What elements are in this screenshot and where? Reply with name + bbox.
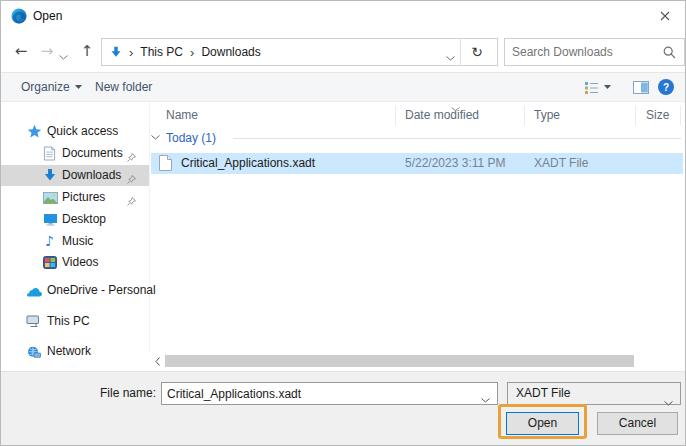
column-divider[interactable] [524, 106, 525, 125]
network-icon [26, 344, 41, 365]
file-icon [159, 155, 172, 174]
file-name: Critical_Applications.xadt [181, 153, 315, 174]
sidebar-item-label: Network [47, 341, 91, 362]
preview-pane-icon [633, 81, 649, 94]
sidebar-item-quick-access[interactable]: Quick access [1, 121, 149, 142]
sidebar-item-network[interactable]: Network [1, 341, 149, 362]
breadcrumb-separator: › [122, 45, 140, 60]
search-icon[interactable] [663, 46, 676, 62]
back-button[interactable]: ← [9, 39, 33, 63]
new-folder-label: New folder [95, 80, 152, 94]
sort-descending-icon [451, 100, 460, 114]
list-view-icon [584, 81, 599, 94]
downloads-folder-icon [110, 46, 122, 58]
breadcrumb-this-pc[interactable]: This PC [140, 45, 183, 59]
search-box[interactable] [504, 38, 685, 66]
file-name-input[interactable] [167, 384, 472, 403]
change-view-button[interactable] [584, 73, 611, 101]
music-note-icon: ♪ [45, 231, 54, 252]
new-folder-button[interactable]: New folder [95, 73, 152, 101]
title-bar: Open [1, 1, 685, 31]
column-divider[interactable] [395, 106, 396, 125]
cancel-button[interactable]: Cancel [597, 412, 678, 435]
scroll-left-arrow[interactable] [151, 354, 164, 368]
column-header-type[interactable]: Type [534, 105, 560, 125]
onedrive-cloud-icon [26, 283, 42, 304]
chevron-down-icon [151, 135, 160, 140]
organize-label: Organize [21, 80, 70, 94]
column-header-date-modified[interactable]: Date modified [405, 105, 479, 125]
sidebar-item-pictures[interactable]: Pictures [1, 187, 149, 208]
column-header-size[interactable]: Size [646, 105, 669, 125]
sidebar-item-label: Downloads [62, 165, 121, 186]
sidebar-item-label: Pictures [62, 187, 105, 208]
sidebar-item-label: Music [62, 231, 93, 252]
breadcrumb-downloads[interactable]: Downloads [201, 45, 260, 59]
download-arrow-icon [43, 168, 57, 189]
file-type-combobox[interactable]: XADT File [507, 382, 681, 405]
file-row-critical-applications[interactable]: Critical_Applications.xadt 5/22/2023 3:1… [151, 153, 683, 174]
sidebar-item-label: Documents [62, 143, 123, 164]
close-icon[interactable] [649, 1, 681, 31]
sidebar-item-music[interactable]: ♪ Music [1, 231, 149, 252]
column-header-name[interactable]: Name [166, 105, 198, 125]
address-bar-divider [460, 39, 461, 65]
address-dropdown-chevron-icon[interactable] [446, 50, 455, 64]
videos-icon [43, 255, 57, 276]
recent-locations-chevron-icon[interactable] [59, 49, 68, 63]
desktop-icon [43, 212, 58, 233]
help-button[interactable]: ? [658, 73, 674, 101]
computer-icon [26, 314, 41, 335]
column-divider[interactable] [680, 106, 681, 125]
search-input[interactable] [512, 41, 657, 63]
sidebar-item-label: Videos [62, 252, 98, 273]
sidebar-item-label: Quick access [47, 121, 118, 142]
file-type: XADT File [534, 153, 588, 174]
pictures-icon [43, 190, 58, 211]
sidebar-item-documents[interactable]: Documents [1, 143, 149, 164]
refresh-icon[interactable]: ↻ [463, 39, 491, 65]
preview-pane-button[interactable] [633, 73, 649, 101]
chevron-down-icon[interactable] [664, 392, 673, 413]
file-name-combobox[interactable] [161, 382, 498, 405]
group-header-today[interactable]: Today (1) [151, 129, 216, 146]
help-icon: ? [658, 79, 674, 95]
window-title: Open [33, 1, 62, 31]
forward-button[interactable]: → [35, 39, 59, 63]
sidebar-item-onedrive[interactable]: OneDrive - Personal [1, 280, 149, 301]
chevron-down-icon [75, 85, 82, 89]
chevron-down-icon [604, 85, 611, 89]
open-button[interactable]: Open [506, 412, 579, 435]
horizontal-scrollbar-thumb[interactable] [165, 355, 634, 367]
breadcrumb-separator: › [183, 45, 201, 60]
sidebar-item-this-pc[interactable]: This PC [1, 311, 149, 332]
sidebar-item-downloads[interactable]: Downloads [1, 165, 149, 186]
sidebar-divider [149, 102, 150, 352]
sidebar-item-videos[interactable]: Videos [1, 252, 149, 273]
group-label: Today (1) [166, 131, 216, 145]
sidebar-item-label: This PC [47, 311, 90, 332]
address-bar[interactable]: › This PC › Downloads ↻ [101, 38, 498, 66]
group-divider-line [233, 138, 681, 139]
open-file-dialog: Open ← → ↑ › This PC › Downloads ↻ Organ… [0, 0, 686, 446]
file-name-label: File name: [1, 386, 156, 400]
edge-logo-icon [11, 8, 27, 27]
sidebar-item-desktop[interactable]: Desktop [1, 209, 149, 230]
command-toolbar: Organize New folder ? [1, 72, 685, 102]
file-date-modified: 5/22/2023 3:11 PM [405, 153, 506, 174]
sidebar-item-label: Desktop [62, 209, 106, 230]
file-type-value: XADT File [516, 386, 570, 400]
column-divider[interactable] [635, 106, 636, 125]
up-button[interactable]: ↑ [75, 39, 99, 63]
sidebar-item-label: OneDrive - Personal [47, 280, 156, 301]
chevron-down-icon[interactable] [481, 392, 490, 406]
organize-button[interactable]: Organize [21, 73, 82, 101]
